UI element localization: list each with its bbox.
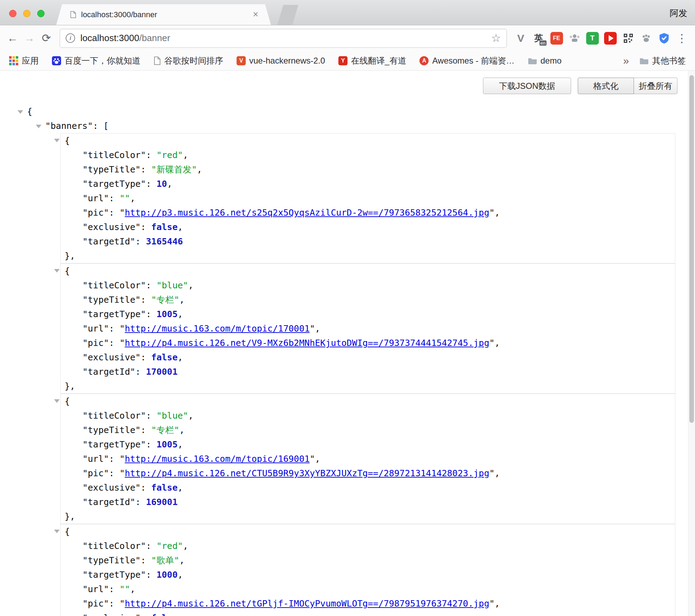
- collapse-triangle-icon[interactable]: [54, 399, 60, 403]
- paw-icon[interactable]: [637, 30, 655, 47]
- json-line: },: [61, 249, 675, 263]
- translate-icon[interactable]: 英 en: [530, 30, 548, 47]
- close-window-button[interactable]: [9, 10, 16, 17]
- json-url-link[interactable]: http://p4.music.126.net/CTU5B9R9y3XyYBZX…: [125, 468, 489, 478]
- json-token: :: [146, 570, 157, 580]
- json-token: ": [489, 598, 495, 609]
- json-token: :: [135, 236, 146, 247]
- collapse-all-button[interactable]: 折叠所有: [634, 78, 677, 94]
- json-line: "pic": "http://p4.music.126.net/V9-MXz6b…: [61, 336, 675, 350]
- json-line: "url": "http://music.163.com/m/topic/169…: [61, 452, 675, 466]
- json-number-value: 3165446: [146, 236, 183, 247]
- format-button[interactable]: 格式化: [578, 78, 634, 94]
- json-token: :: [141, 483, 151, 493]
- org-people-icon[interactable]: [565, 30, 583, 47]
- bookmark-vue-hackernews[interactable]: V vue-hackernews-2.0: [237, 56, 325, 66]
- bookmark-label: demo: [541, 56, 562, 66]
- json-token: :: [109, 454, 119, 464]
- reload-button[interactable]: ⟳: [38, 30, 55, 47]
- collapse-triangle-icon[interactable]: [18, 110, 23, 114]
- json-token: ,: [167, 179, 172, 189]
- collapse-triangle-icon[interactable]: [54, 269, 60, 273]
- json-url-link[interactable]: http://music.163.com/m/topic/170001: [125, 323, 310, 334]
- json-line: "typeTitle": "新碟首发",: [61, 162, 675, 177]
- bookmark-awesomes[interactable]: A Awesomes - 前端资…: [419, 55, 514, 66]
- json-line: "titleColor": "blue",: [61, 408, 675, 423]
- json-key: "banners": [45, 121, 93, 131]
- fe-extension-icon[interactable]: FE: [548, 30, 565, 47]
- json-line: "url": "",: [61, 191, 675, 205]
- json-line: "pic": "http://p3.music.126.net/s25q2x5Q…: [61, 205, 675, 220]
- json-token: ": [489, 338, 495, 348]
- url-path: /banner: [139, 33, 170, 43]
- json-url-link[interactable]: http://p4.music.126.net/V9-MXz6b2MNhEKju…: [125, 338, 489, 348]
- json-line: "targetId": 3165446: [61, 234, 675, 249]
- json-key: "targetId": [82, 367, 135, 377]
- json-token: ,: [495, 468, 500, 478]
- collapse-triangle-icon[interactable]: [36, 125, 41, 128]
- collapse-triangle-icon[interactable]: [54, 530, 60, 533]
- extensions-area: V 英 en FE T ⋮: [512, 30, 691, 47]
- address-bar[interactable]: i localhost:3000/banner ☆: [60, 29, 507, 48]
- json-object: {"titleColor": "blue","typeTitle": "专栏",…: [60, 394, 675, 524]
- json-key: "exclusive": [82, 483, 141, 493]
- other-bookmarks-folder[interactable]: 其他书签: [640, 55, 686, 66]
- site-info-icon[interactable]: i: [66, 33, 75, 43]
- json-line: {: [61, 524, 675, 539]
- json-key: "targetId": [82, 497, 135, 507]
- profile-name[interactable]: 阿发: [670, 7, 687, 19]
- scrollbar-thumb[interactable]: [689, 75, 694, 423]
- json-line: "targetId": 170001: [61, 365, 675, 379]
- json-token: :: [109, 584, 119, 594]
- json-token: :: [135, 497, 146, 507]
- browser-tab[interactable]: localhost:3000/banner ×: [56, 4, 271, 25]
- json-number-value: 1005: [157, 439, 178, 450]
- json-token: ,: [183, 541, 188, 551]
- json-tree: {"banners": [{"titleColor": "red","typeT…: [0, 104, 688, 616]
- bookmark-google-sort[interactable]: 谷歌按时间排序: [154, 55, 223, 66]
- json-line: "titleColor": "red",: [61, 148, 675, 162]
- json-token: ,: [188, 411, 193, 421]
- collapse-triangle-icon[interactable]: [54, 139, 60, 142]
- bookmarks-right: » 其他书签: [623, 55, 686, 67]
- bookmark-youdao-translate[interactable]: Y 在线翻译_有道: [338, 55, 406, 66]
- back-button[interactable]: ←: [4, 30, 21, 47]
- url-host: localhost:3000: [80, 33, 139, 43]
- json-string-value: "": [119, 193, 130, 203]
- tab-close-icon[interactable]: ×: [253, 10, 258, 19]
- qr-code-icon[interactable]: [619, 30, 637, 47]
- apps-shortcut[interactable]: 应用: [9, 55, 39, 66]
- json-line: "exclusive": false: [61, 611, 675, 616]
- json-string-value: "专栏": [151, 425, 179, 435]
- bookmarks-overflow-chevron[interactable]: »: [623, 55, 629, 67]
- json-token: ": [119, 468, 125, 478]
- url-text[interactable]: localhost:3000/banner: [80, 33, 170, 44]
- json-url-link[interactable]: http://music.163.com/m/topic/169001: [125, 454, 310, 464]
- json-token: :: [146, 411, 157, 421]
- bookmark-folder-demo[interactable]: demo: [528, 56, 562, 66]
- forward-button[interactable]: →: [21, 30, 38, 47]
- green-t-icon[interactable]: T: [583, 30, 601, 47]
- json-key: "targetType": [82, 570, 146, 580]
- json-token: ,: [315, 454, 320, 464]
- json-url-link[interactable]: http://p4.music.126.net/tGPljf-IMOCyPvum…: [125, 598, 489, 609]
- json-line: "typeTitle": "歌单",: [61, 553, 675, 568]
- zoom-window-button[interactable]: [37, 10, 45, 17]
- new-tab-button[interactable]: [277, 5, 298, 25]
- json-boolean-value: false: [151, 613, 178, 616]
- download-json-button[interactable]: 下载JSON数据: [483, 78, 571, 94]
- json-string-value: "专栏": [151, 295, 179, 305]
- json-number-value: 169001: [146, 497, 178, 507]
- vimium-icon[interactable]: V: [512, 30, 530, 47]
- shield-check-icon[interactable]: [655, 30, 673, 47]
- bookmark-baidu[interactable]: 百度一下，你就知道: [52, 55, 140, 66]
- bookmark-label: Awesomes - 前端资…: [432, 55, 514, 66]
- json-key: "pic": [82, 468, 109, 478]
- browser-menu-icon[interactable]: ⋮: [673, 30, 691, 47]
- minimize-window-button[interactable]: [23, 10, 31, 17]
- youtube-icon[interactable]: [601, 30, 619, 47]
- scrollbar[interactable]: [688, 71, 695, 616]
- bookmark-star-icon[interactable]: ☆: [491, 33, 501, 44]
- json-object: {"titleColor": "red","typeTitle": "歌单","…: [60, 524, 675, 616]
- json-url-link[interactable]: http://p3.music.126.net/s25q2x5QyqsAzilC…: [125, 208, 489, 218]
